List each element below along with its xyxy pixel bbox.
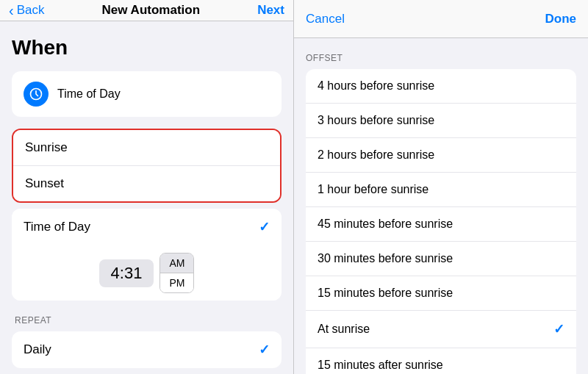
offset-item-label: 3 hours before sunrise [318, 114, 434, 127]
offset-item-checkmark: ✓ [553, 321, 564, 337]
offset-item-label: At sunrise [318, 323, 370, 336]
offset-item-label: 15 minutes after sunrise [318, 359, 443, 372]
done-button[interactable]: Done [545, 12, 577, 26]
am-button[interactable]: AM [160, 253, 193, 273]
offset-item-label: 1 hour before sunrise [318, 183, 429, 196]
offset-list: 4 hours before sunrise3 hours before sun… [306, 69, 576, 374]
repeat-section-label: REPEAT [12, 315, 282, 326]
back-chevron-icon: ‹ [9, 3, 14, 18]
selected-options-group: Sunrise Sunset [12, 129, 282, 203]
offset-item[interactable]: 45 minutes before sunrise [306, 207, 576, 242]
daily-label: Daily [24, 342, 51, 357]
left-content: When Time of Day Sunrise Sunset Time of … [0, 21, 293, 374]
offset-item[interactable]: 1 hour before sunrise [306, 173, 576, 207]
offset-item[interactable]: 3 hours before sunrise [306, 104, 576, 138]
time-display[interactable]: 4:31 [99, 259, 154, 287]
back-label: Back [17, 3, 45, 18]
nav-title: New Automation [102, 3, 200, 18]
am-pm-group: AM PM [159, 253, 194, 293]
offset-item-label: 4 hours before sunrise [318, 79, 434, 93]
offset-item[interactable]: 30 minutes before sunrise [306, 242, 576, 276]
time-picker-row: 4:31 AM PM [12, 245, 282, 301]
offset-item[interactable]: 4 hours before sunrise [306, 69, 576, 104]
sunset-label: Sunset [25, 176, 64, 190]
offset-item[interactable]: 15 minutes before sunrise [306, 276, 576, 311]
daily-options-group: Daily ✓ [12, 331, 282, 368]
time-of-day-option[interactable]: Time of Day ✓ [12, 209, 282, 245]
time-of-day-option-label: Time of Day [24, 220, 90, 234]
back-button[interactable]: ‹ Back [9, 3, 44, 18]
daily-checkmark: ✓ [259, 342, 270, 358]
when-title: When [12, 36, 282, 60]
time-of-day-label: Time of Day [57, 87, 121, 101]
left-nav-bar: ‹ Back New Automation Next [0, 0, 293, 21]
offset-item-label: 30 minutes before sunrise [318, 252, 453, 265]
cancel-button[interactable]: Cancel [306, 12, 345, 26]
time-of-day-card[interactable]: Time of Day [12, 71, 282, 117]
offset-item[interactable]: 2 hours before sunrise [306, 138, 576, 173]
daily-option[interactable]: Daily ✓ [12, 331, 282, 368]
offset-item-label: 2 hours before sunrise [318, 148, 434, 162]
repeat-section: REPEAT Daily ✓ [12, 315, 282, 368]
right-panel: Cancel Done OFFSET 4 hours before sunris… [294, 0, 588, 374]
offset-section-label: OFFSET [294, 53, 588, 63]
clock-icon [24, 82, 49, 107]
sunrise-label: Sunrise [25, 140, 68, 154]
left-panel: ‹ Back New Automation Next When Time of … [0, 0, 294, 374]
offset-item-label: 45 minutes before sunrise [318, 217, 453, 231]
pm-button[interactable]: PM [160, 273, 193, 292]
sunset-option[interactable]: Sunset [13, 166, 280, 201]
time-of-day-options-group: Time of Day ✓ 4:31 AM PM [12, 209, 282, 301]
time-of-day-checkmark: ✓ [259, 219, 270, 235]
offset-item-label: 15 minutes before sunrise [318, 287, 453, 300]
next-button[interactable]: Next [257, 3, 284, 18]
right-nav-bar: Cancel Done [294, 0, 588, 38]
sunrise-option[interactable]: Sunrise [13, 130, 280, 166]
offset-item[interactable]: 15 minutes after sunrise [306, 348, 576, 374]
offset-item[interactable]: At sunrise✓ [306, 311, 576, 348]
right-content: OFFSET 4 hours before sunrise3 hours bef… [294, 38, 588, 374]
